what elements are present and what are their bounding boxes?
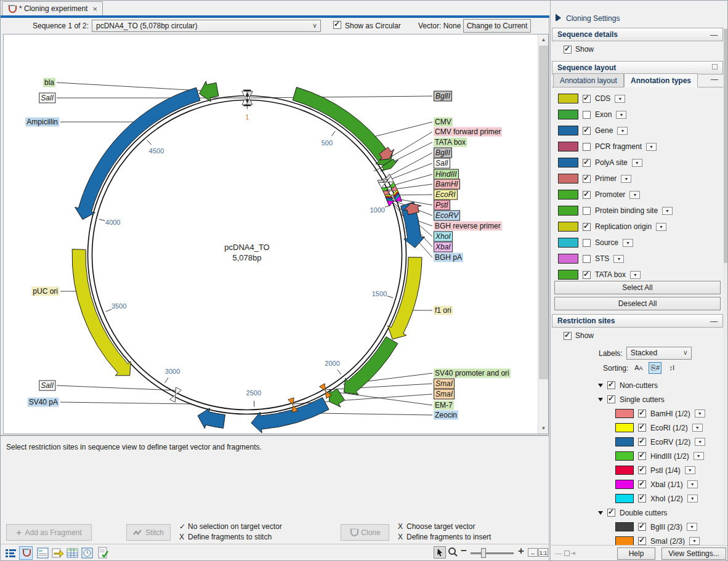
annotation-type-checkbox[interactable] [583,207,591,215]
annotation-type-checkbox[interactable] [583,191,591,199]
sequence-layout-section-header[interactable]: Sequence layout [552,61,723,75]
annotation-color-swatch[interactable] [558,110,578,119]
annotation-type-dropdown-icon[interactable] [615,95,625,103]
annotation-type-checkbox[interactable] [583,111,591,119]
annotation-type-checkbox[interactable] [583,223,591,231]
deselect-all-button[interactable]: Deselect All [554,297,721,310]
clone-button[interactable]: Clone [341,524,389,541]
annotation-color-swatch[interactable] [558,270,578,280]
enzyme-checkbox[interactable] [638,480,646,488]
annotation-color-swatch[interactable] [558,222,578,232]
annotation-type-dropdown-icon[interactable] [646,143,657,151]
cloning-settings-header[interactable]: Cloning Settings [556,14,620,23]
tree-expander-icon[interactable] [598,511,603,515]
plasmid-map-canvas[interactable]: 150010001500200025003000350040004500pcDN… [3,34,549,434]
tab-annotation-layout[interactable]: Annotation layout [553,73,624,87]
enzyme-group-checkbox[interactable] [607,381,615,389]
annotation-type-checkbox[interactable] [583,255,591,263]
annotation-type-dropdown-icon[interactable] [617,127,628,135]
annotation-type-dropdown-icon[interactable] [630,271,641,279]
annotation-type-dropdown-icon[interactable] [632,159,642,167]
annotation-color-swatch[interactable] [558,238,578,248]
text-view-icon[interactable] [4,546,18,560]
zoom-tool-icon[interactable] [447,546,459,559]
tab-cloning-experiment[interactable]: * Cloning experiment × [2,1,103,15]
collapse-section-icon[interactable]: — [711,75,718,84]
annotation-type-dropdown-icon[interactable] [656,223,666,231]
annotation-color-swatch[interactable] [558,190,578,200]
panel-dock-icons[interactable]: —⇥ [555,549,578,557]
fit-width-icon[interactable]: ↔ [528,548,538,557]
cursor-tool-icon[interactable] [434,546,446,559]
enzyme-color-swatch[interactable] [615,466,634,475]
extract-sequence-icon[interactable] [51,546,65,560]
enzyme-dropdown-icon[interactable] [687,523,697,531]
sort-alphabetical-icon[interactable]: AA [632,362,645,374]
show-as-circular-checkbox[interactable] [333,21,341,29]
enzyme-checkbox[interactable] [638,410,646,418]
enzyme-group-checkbox[interactable] [607,395,615,403]
cloning-view-icon[interactable] [19,546,33,560]
collapse-section-icon[interactable]: — [710,317,718,326]
enzyme-dropdown-icon[interactable] [694,452,704,460]
annotation-color-swatch[interactable] [558,206,578,216]
enzyme-color-swatch[interactable] [615,522,634,531]
tab-annotation-types[interactable]: Annotation types [624,73,698,87]
enzyme-checkbox[interactable] [638,452,646,460]
enzyme-checkbox[interactable] [638,523,646,531]
enzyme-dropdown-icon[interactable] [695,410,705,418]
enzyme-checkbox[interactable] [638,424,646,432]
add-as-fragment-button[interactable]: + Add as Fragment [6,524,92,541]
labels-mode-select[interactable]: Stacked ∨ [626,347,692,360]
map-vertical-scrollbar[interactable]: ▲ ▼ [538,34,548,434]
table-view-icon[interactable] [66,546,79,560]
tree-expander-icon[interactable] [598,398,603,402]
change-to-current-button[interactable]: Change to Current [463,19,531,33]
annotation-color-swatch[interactable] [558,142,578,151]
restriction-show-checkbox[interactable] [564,332,572,340]
tab-close-icon[interactable]: × [91,4,97,14]
enzyme-group-checkbox[interactable] [607,509,615,517]
enzyme-checkbox[interactable] [638,537,646,545]
enzyme-color-swatch[interactable] [615,451,634,461]
tree-expander-icon[interactable] [598,384,603,387]
annotation-type-checkbox[interactable] [583,143,591,151]
view-settings-button[interactable]: View Settings... [661,547,726,560]
enzyme-color-swatch[interactable] [615,437,634,446]
annotation-type-checkbox[interactable] [583,239,591,247]
expand-section-icon[interactable] [712,64,718,70]
annotation-color-swatch[interactable] [558,94,578,103]
select-all-button[interactable]: Select All [554,281,721,294]
scroll-down-icon[interactable]: ▼ [538,423,549,434]
zoom-out-icon[interactable]: − [461,545,467,557]
zoom-slider-thumb[interactable] [481,548,486,558]
annotation-type-dropdown-icon[interactable] [662,207,673,215]
annotation-type-checkbox[interactable] [583,271,591,279]
sort-by-count-icon[interactable]: ⎘# [649,362,661,374]
enzyme-dropdown-icon[interactable] [692,424,703,432]
enzyme-checkbox[interactable] [638,494,646,502]
scrollbar-thumb[interactable] [539,46,548,379]
annotation-type-dropdown-icon[interactable] [621,175,631,183]
annotation-type-checkbox[interactable] [583,127,591,135]
scroll-up-icon[interactable]: ▲ [538,34,549,45]
enzyme-color-swatch[interactable] [615,494,634,503]
enzyme-checkbox[interactable] [638,438,646,446]
annotation-type-checkbox[interactable] [583,159,591,167]
zoom-slider-track[interactable] [471,552,514,554]
sequence-details-section-header[interactable]: Sequence details — [552,28,723,41]
annotation-type-checkbox[interactable] [583,95,591,103]
help-button[interactable]: Help [617,547,655,560]
collapse-section-icon[interactable]: — [710,31,718,39]
stitch-button[interactable]: Stitch [126,524,171,541]
annotation-type-dropdown-icon[interactable] [623,239,633,247]
enzyme-dropdown-icon[interactable] [685,466,695,474]
sort-by-length-icon[interactable]: ↕I [665,362,678,374]
enzyme-color-swatch[interactable] [615,409,634,418]
sequence-select[interactable]: pcDNA4_TO (5,078bp circular) ∨ [92,20,321,32]
enzyme-color-swatch[interactable] [615,423,634,432]
annotation-type-dropdown-icon[interactable] [616,111,626,119]
enzyme-dropdown-icon[interactable] [687,480,698,488]
sequence-details-show-checkbox[interactable] [564,46,572,54]
annotation-color-swatch[interactable] [558,158,578,167]
